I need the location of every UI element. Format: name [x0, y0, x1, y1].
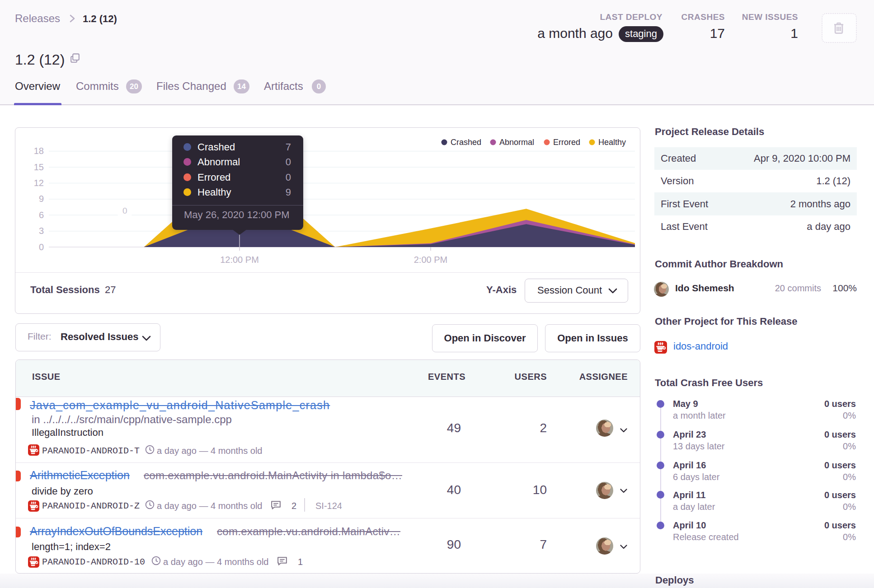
svg-text:Crashed: Crashed	[451, 138, 481, 147]
svg-text:0: 0	[122, 206, 127, 215]
svg-text:Abnormal: Abnormal	[499, 138, 534, 147]
svg-text:15: 15	[34, 162, 44, 172]
svg-text:18: 18	[34, 146, 44, 156]
svg-text:12: 12	[34, 178, 44, 188]
svg-text:2:00 PM: 2:00 PM	[414, 255, 447, 265]
svg-text:Errored: Errored	[553, 138, 580, 147]
svg-text:0: 0	[39, 242, 44, 252]
svg-text:6: 6	[39, 210, 44, 220]
svg-text:9: 9	[39, 194, 44, 204]
svg-text:3: 3	[39, 226, 44, 236]
svg-text:12:00 PM: 12:00 PM	[220, 255, 259, 265]
svg-text:Healthy: Healthy	[598, 138, 626, 147]
